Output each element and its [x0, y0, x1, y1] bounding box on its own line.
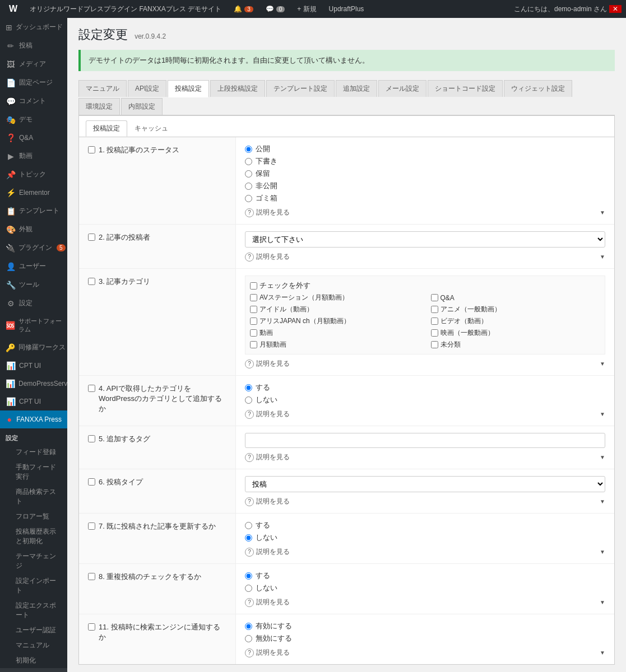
sidebar-item-demo[interactable]: 🎭 デモ — [0, 110, 67, 129]
radio-dup-no[interactable]: しない — [245, 583, 605, 593]
cat-eiga[interactable]: 映画（一般動画） — [431, 328, 601, 338]
radio-status-draft[interactable]: 下書き — [245, 156, 605, 166]
sidebar-item-posts[interactable]: ✏ 投稿 — [0, 36, 67, 55]
radio-api-cat-no[interactable]: しない — [245, 395, 605, 405]
sub-tab-post-settings[interactable]: 投稿設定 — [86, 120, 127, 137]
sidebar-item-elementor[interactable]: ⚡ Elementor — [0, 184, 67, 202]
post-type-select[interactable]: 投稿 — [245, 476, 605, 492]
tab-template[interactable]: テンプレート設定 — [266, 80, 335, 97]
help-toggle-category[interactable]: ? 説明を見る ▼ — [245, 359, 605, 368]
tab-post[interactable]: 投稿設定 — [168, 80, 209, 97]
updraft-button[interactable]: UpdraftPlus — [324, 5, 369, 13]
sidebar-item-demopress[interactable]: 📊 DemoPressServer — [0, 375, 67, 393]
sidebar-item-qa[interactable]: ❓ Q&A — [0, 129, 67, 147]
tab-internal[interactable]: 内部設定 — [121, 98, 163, 115]
cat-video[interactable]: ビデオ（動画） — [431, 316, 601, 326]
radio-status-trash[interactable]: ゴミ箱 — [245, 193, 605, 203]
tools-icon: 🔧 — [6, 281, 16, 290]
help-toggle-notify[interactable]: ? 説明を見る ▼ — [245, 648, 605, 657]
radio-api-cat-yes[interactable]: する — [245, 382, 605, 393]
sidebar-item-settings[interactable]: ⚙ 設定 — [0, 294, 67, 312]
submenu-manual-feed[interactable]: 手動フィード実行 — [0, 460, 67, 484]
sidebar-item-users[interactable]: 👤 ユーザー — [0, 257, 67, 276]
close-admin-bar[interactable]: ✕ — [609, 5, 622, 13]
tab-upper-post[interactable]: 上段投稿設定 — [210, 80, 265, 97]
checkbox-update-existing[interactable] — [88, 522, 95, 530]
tab-api[interactable]: API設定 — [128, 80, 166, 97]
sidebar-item-cpt-ui-1[interactable]: 📊 CPT UI — [0, 357, 67, 375]
sidebar-item-dashboard[interactable]: ⊞ ダッシュボード — [0, 18, 67, 36]
tab-manual[interactable]: マニュアル — [78, 80, 127, 97]
radio-notify-enable[interactable]: 有効にする — [245, 621, 605, 631]
help-toggle-update[interactable]: ? 説明を見る ▼ — [245, 547, 605, 557]
help-toggle-tag[interactable]: ? 説明を見る ▼ — [245, 452, 605, 462]
sidebar-item-support-forum[interactable]: 🆘 サポートフォーラム — [0, 312, 67, 338]
comments-count[interactable]: 🔔3 — [229, 5, 258, 13]
checkbox-api-category[interactable] — [88, 385, 95, 392]
sidebar-item-doji-works[interactable]: 🔑 同修羅ワークス — [0, 338, 67, 357]
submenu-theme-change[interactable]: テーマチェンジ — [0, 549, 67, 573]
site-name[interactable]: オリジナルワードプレスプラグイン FANXXAプレス デモサイト — [25, 4, 226, 14]
submenu-product-search[interactable]: 商品検索テスト — [0, 484, 67, 509]
cat-uncategorized[interactable]: 未分類 — [431, 340, 601, 349]
submenu-floor-list[interactable]: フロアー覧 — [0, 509, 67, 524]
cat-monthly[interactable]: 月額動画 — [250, 340, 420, 349]
tab-mail[interactable]: メール設定 — [378, 80, 426, 97]
sidebar-item-theme-support-1[interactable]: ⚙ Theme Support Press — [0, 668, 67, 672]
new-content-button[interactable]: + 新規 — [293, 4, 321, 14]
tab-widget[interactable]: ウィジェット設定 — [504, 80, 572, 97]
sidebar-item-plugins[interactable]: 🔌 プラグイン 5 — [0, 239, 67, 257]
sidebar-item-topic[interactable]: 📌 トピック — [0, 165, 67, 184]
checkbox-category[interactable] — [88, 278, 95, 285]
sidebar-item-pages[interactable]: 📄 固定ページ — [0, 73, 67, 92]
cat-alice-japan[interactable]: アリスJAPAN ch（月額動画） — [250, 316, 420, 326]
radio-status-pending[interactable]: 保留 — [245, 169, 605, 179]
cat-uncheck-all[interactable]: チェックを外す — [250, 281, 600, 291]
submenu-init[interactable]: 初期化 — [0, 653, 67, 668]
cat-anime[interactable]: アニメ（一般動画） — [431, 305, 601, 314]
cat-douga[interactable]: 動画 — [250, 328, 420, 338]
radio-status-public[interactable]: 公開 — [245, 144, 605, 154]
submenu-feed[interactable]: フィード登録 — [0, 445, 67, 460]
tag-input[interactable] — [245, 433, 605, 448]
messages-count[interactable]: 💬0 — [261, 5, 290, 13]
help-toggle-post-type[interactable]: ? 説明を見る ▼ — [245, 497, 605, 506]
help-toggle-api-cat[interactable]: ? 説明を見る ▼ — [245, 409, 605, 419]
tab-advanced[interactable]: 追加設定 — [336, 80, 377, 97]
sidebar-item-tools[interactable]: 🔧 ツール — [0, 276, 67, 294]
checkbox-tag[interactable] — [88, 435, 95, 442]
sidebar-item-media[interactable]: 🖼 メディア — [0, 55, 67, 73]
help-toggle-status[interactable]: ? 説明を見る ▼ — [245, 208, 605, 217]
cat-qa[interactable]: Q&A — [431, 293, 601, 302]
checkbox-duplicate[interactable] — [88, 573, 95, 580]
submenu-manual[interactable]: マニュアル — [0, 638, 67, 653]
sidebar-item-video[interactable]: ▶ 動画 — [0, 147, 67, 165]
sidebar-item-cpt-ui-2[interactable]: 📊 CPT UI — [0, 393, 67, 410]
tab-shortcode[interactable]: ショートコード設定 — [428, 80, 503, 97]
checkbox-post-type[interactable] — [88, 478, 95, 486]
radio-update-no[interactable]: しない — [245, 533, 605, 543]
wp-logo[interactable]: W — [4, 4, 22, 14]
cat-av-station[interactable]: AVステーション（月額動画） — [250, 293, 420, 302]
cat-idol[interactable]: アイドル（動画） — [250, 305, 420, 314]
radio-notify-disable[interactable]: 無効にする — [245, 633, 605, 643]
checkbox-author[interactable] — [88, 234, 95, 241]
radio-status-private[interactable]: 非公開 — [245, 181, 605, 191]
submenu-post-history[interactable]: 投稿履歴表示と初期化 — [0, 524, 67, 549]
help-toggle-duplicate[interactable]: ? 説明を見る ▼ — [245, 598, 605, 607]
sidebar-item-template[interactable]: 📋 テンプレート — [0, 202, 67, 220]
checkbox-notify[interactable] — [88, 623, 95, 631]
radio-dup-yes[interactable]: する — [245, 571, 605, 581]
submenu-export[interactable]: 設定エクスポート — [0, 598, 67, 623]
tab-env[interactable]: 環境設定 — [78, 98, 120, 115]
sub-tab-cache[interactable]: キャッシュ — [127, 120, 175, 137]
submenu-user-auth[interactable]: ユーザー認証 — [0, 623, 67, 638]
author-select[interactable]: 選択して下さい — [245, 231, 605, 248]
checkbox-post-status[interactable] — [88, 146, 95, 153]
help-toggle-author[interactable]: ? 説明を見る ▼ — [245, 252, 605, 262]
sidebar-item-fanxxa[interactable]: ● FANXXA Press — [0, 410, 67, 428]
radio-update-yes[interactable]: する — [245, 520, 605, 530]
sidebar-item-appearance[interactable]: 🎨 外観 — [0, 220, 67, 239]
sidebar-item-comments[interactable]: 💬 コメント — [0, 92, 67, 110]
submenu-import[interactable]: 設定インポート — [0, 573, 67, 598]
